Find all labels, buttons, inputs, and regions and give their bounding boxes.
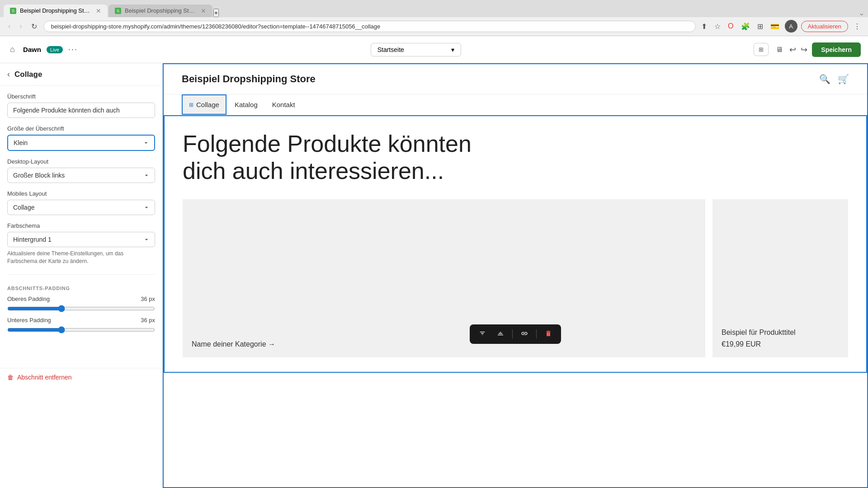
farbschema-group: Farbschema Hintergrund 1 Hintergrund 2 H… bbox=[7, 222, 155, 265]
sidebar: ‹ Collage Überschrift Größe der Überschr… bbox=[0, 63, 163, 488]
ueberschrift-label: Überschrift bbox=[7, 93, 155, 100]
store-nav-icons: 🔍 🛒 bbox=[819, 74, 849, 84]
extension-icon[interactable]: 🧩 bbox=[739, 20, 752, 33]
tab-manager-icon[interactable]: ⊞ bbox=[755, 20, 765, 33]
store-title: Beispiel Dropshipping Store bbox=[182, 73, 819, 85]
grid-view-button[interactable]: ⊞ bbox=[754, 43, 769, 56]
nav-actions: ⬆ ☆ O 🧩 ⊞ 💳 A Aktualisieren ⋮ bbox=[699, 20, 863, 33]
product-price: €19,99 EUR bbox=[722, 340, 839, 348]
profile-avatar[interactable]: A bbox=[785, 20, 797, 33]
sidebar-footer: 🗑 Abschnitt entfernen bbox=[0, 368, 162, 386]
back-button[interactable]: ‹ bbox=[5, 20, 13, 32]
collage-grid: Name deiner Kategorie → Beispiel für Pro… bbox=[183, 199, 848, 357]
desktop-layout-label: Desktop-Layout bbox=[7, 158, 155, 165]
cart-icon[interactable]: 🛒 bbox=[838, 74, 849, 84]
divider-1 bbox=[7, 274, 155, 275]
tab-label-1: Beispiel Dropshipping Store ·... bbox=[20, 7, 92, 14]
address-bar[interactable]: beispiel-dropshipping-store.myshopify.co… bbox=[43, 21, 696, 32]
collage-tab-label: Collage bbox=[196, 101, 219, 108]
undo-button[interactable]: ↩ bbox=[789, 45, 796, 55]
live-badge: Live bbox=[47, 46, 63, 53]
mobiles-layout-select[interactable]: Collage Spalte bbox=[7, 200, 155, 215]
share-icon[interactable]: ⬆ bbox=[699, 20, 709, 33]
tab-close-2[interactable]: ✕ bbox=[201, 7, 206, 14]
update-button[interactable]: Aktualisieren bbox=[801, 21, 848, 32]
desktop-layout-group: Desktop-Layout Großer Block links Großer… bbox=[7, 158, 155, 183]
move-up-button[interactable] bbox=[474, 327, 491, 341]
toolbar-divider bbox=[512, 329, 513, 338]
sidebar-title: Collage bbox=[14, 70, 42, 79]
section-icon: ⊞ bbox=[189, 102, 193, 108]
product-title: Beispiel für Produkttitel bbox=[722, 328, 839, 337]
new-tab-button[interactable]: + bbox=[213, 9, 219, 17]
category-link[interactable]: Name deiner Kategorie → bbox=[192, 340, 696, 348]
abschnitts-padding-label: ABSCHNITTS-PADDING bbox=[7, 286, 155, 291]
padding-group: ABSCHNITTS-PADDING Oberes Padding 36 px … bbox=[7, 284, 155, 333]
view-selector[interactable]: Startseite ▾ bbox=[371, 43, 461, 56]
search-icon[interactable]: 🔍 bbox=[819, 74, 830, 84]
wallet-icon[interactable]: 💳 bbox=[769, 20, 781, 33]
store-header: Beispiel Dropshipping Store 🔍 🛒 bbox=[164, 64, 867, 94]
sidebar-header: ‹ Collage bbox=[0, 63, 162, 86]
forward-button[interactable]: › bbox=[17, 20, 24, 32]
oberes-padding-slider[interactable] bbox=[7, 305, 155, 312]
tab-favicon-2: S bbox=[115, 8, 121, 14]
mobiles-layout-label: Mobiles Layout bbox=[7, 190, 155, 197]
redo-button[interactable]: ↪ bbox=[801, 45, 807, 55]
unteres-padding-row: Unteres Padding 36 px bbox=[7, 317, 155, 333]
delete-section-label: Abschnitt entfernen bbox=[17, 374, 72, 381]
unteres-padding-value: 36 px bbox=[141, 317, 155, 324]
toolbar-divider-2 bbox=[536, 329, 537, 338]
more-options-button[interactable]: ··· bbox=[68, 45, 78, 54]
desktop-layout-select[interactable]: Großer Block links Großer Block rechts G… bbox=[7, 168, 155, 183]
move-down-button[interactable] bbox=[492, 327, 509, 341]
preview-area: Beispiel Dropshipping Store 🔍 🛒 ⊞ Collag… bbox=[163, 63, 868, 488]
collage-tab[interactable]: ⊞ Collage bbox=[182, 94, 226, 115]
unteres-padding-label: Unteres Padding bbox=[7, 317, 51, 324]
tab-label-2: Beispiel Dropshipping Store ·... bbox=[125, 7, 197, 14]
bookmark-icon[interactable]: ☆ bbox=[712, 20, 722, 33]
farbschema-select[interactable]: Hintergrund 1 Hintergrund 2 Hintergrund … bbox=[7, 232, 155, 247]
browser-expand-icon: ⌄ bbox=[859, 9, 864, 17]
menu-icon[interactable]: ⋮ bbox=[852, 20, 863, 33]
desktop-view-icon[interactable]: 🖥 bbox=[774, 44, 785, 56]
ueberschrift-group: Überschrift bbox=[7, 93, 155, 118]
tab-favicon-1: S bbox=[10, 8, 16, 14]
browser-tab-2[interactable]: S Beispiel Dropshipping Store ·... ✕ bbox=[108, 5, 212, 17]
view-selector-label: Startseite bbox=[377, 46, 404, 53]
groesse-group: Größe der Überschrift Klein Mittel Groß bbox=[7, 125, 155, 151]
groesse-label: Größe der Überschrift bbox=[7, 125, 155, 132]
unteres-padding-slider[interactable] bbox=[7, 326, 155, 333]
mobiles-layout-group: Mobiles Layout Collage Spalte bbox=[7, 190, 155, 215]
address-text: beispiel-dropshipping-store.myshopify.co… bbox=[51, 23, 381, 30]
tab-close-1[interactable]: ✕ bbox=[96, 7, 101, 14]
farbschema-hint: Aktualisiere deine Theme-Einstellungen, … bbox=[7, 250, 155, 265]
chevron-down-icon: ▾ bbox=[451, 46, 454, 53]
groesse-select[interactable]: Klein Mittel Groß bbox=[7, 135, 155, 151]
store-nav: ⊞ Collage Katalog Kontakt bbox=[164, 94, 867, 115]
kontakt-nav-item[interactable]: Kontakt bbox=[265, 95, 302, 114]
katalog-nav-item[interactable]: Katalog bbox=[227, 95, 265, 114]
collage-right-block: Beispiel für Produkttitel €19,99 EUR bbox=[712, 199, 848, 357]
farbschema-label: Farbschema bbox=[7, 222, 155, 229]
floating-toolbar bbox=[470, 324, 561, 344]
oberes-padding-row: Oberes Padding 36 px bbox=[7, 296, 155, 312]
delete-section-button[interactable]: 🗑 Abschnitt entfernen bbox=[7, 374, 72, 381]
ueberschrift-input[interactable] bbox=[7, 103, 155, 118]
refresh-button[interactable]: ↻ bbox=[28, 20, 40, 33]
collage-section: Folgende Produkte könnten dich auch inte… bbox=[164, 115, 867, 373]
delete-block-button[interactable] bbox=[540, 327, 557, 341]
store-name-label: Dawn bbox=[23, 46, 41, 53]
collage-left-block: Name deiner Kategorie → bbox=[183, 199, 705, 357]
save-button[interactable]: Speichern bbox=[812, 42, 861, 57]
trash-icon: 🗑 bbox=[7, 374, 14, 381]
oberes-padding-value: 36 px bbox=[141, 296, 155, 302]
link-button[interactable] bbox=[516, 327, 533, 341]
opera-icon[interactable]: O bbox=[726, 20, 735, 32]
sidebar-back-button[interactable]: ‹ bbox=[7, 70, 10, 79]
app-toolbar: ⌂ Dawn Live ··· Startseite ▾ ⊞ 🖥 ↩ ↪ Spe… bbox=[0, 36, 868, 63]
oberes-padding-label: Oberes Padding bbox=[7, 296, 50, 302]
collage-heading: Folgende Produkte könnten dich auch inte… bbox=[183, 131, 499, 185]
browser-tab-1[interactable]: S Beispiel Dropshipping Store ·... ✕ bbox=[4, 5, 108, 17]
home-button[interactable]: ⌂ bbox=[7, 42, 18, 57]
